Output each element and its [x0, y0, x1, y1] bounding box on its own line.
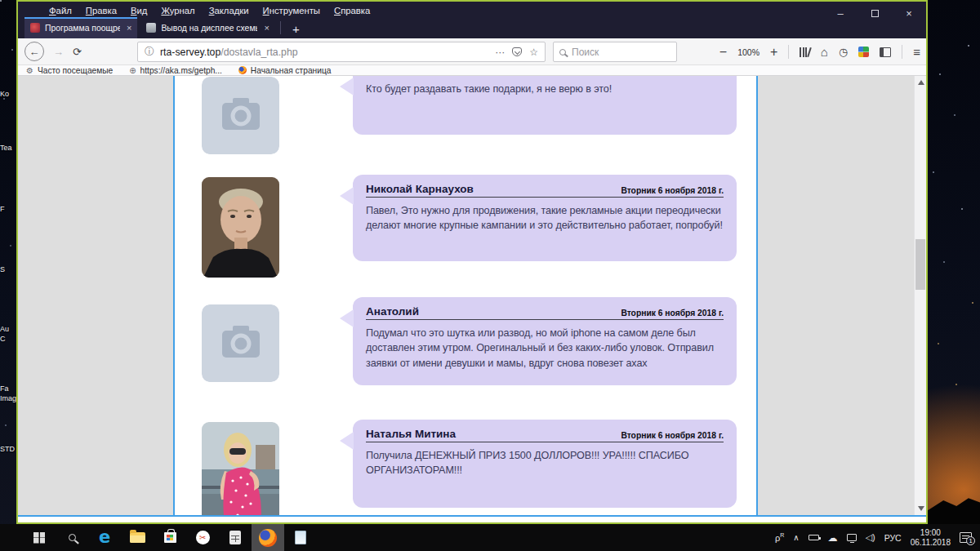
people-icon[interactable]: ρR [775, 532, 784, 543]
bookmark-label: Часто посещаемые [38, 66, 113, 75]
desktop-icon[interactable]: Ko [0, 73, 16, 98]
edge-icon: e [99, 529, 110, 546]
onedrive-cloud-icon[interactable]: ☁ [828, 532, 838, 544]
bookmark-home-page[interactable]: Начальная страница [238, 66, 332, 75]
desktop-icon[interactable]: S [0, 249, 16, 273]
bookmark-frequent[interactable]: ⚙ Часто посещаемые [26, 66, 113, 75]
taskbar-notepad-button[interactable] [284, 524, 317, 551]
extension-icon[interactable] [858, 47, 869, 57]
pocket-icon[interactable] [512, 47, 522, 56]
taskbar-calculator-button[interactable] [219, 524, 252, 551]
comment-date: Вторник 6 ноября 2018 г. [621, 186, 724, 195]
notification-badge: 1 [966, 536, 975, 545]
volume-icon[interactable]: ◁) [866, 532, 875, 543]
start-button[interactable] [23, 524, 56, 551]
folder-icon [130, 532, 145, 543]
tab-inactive[interactable]: Вывод на дисплее схемы × [140, 17, 274, 38]
desktop-icon[interactable]: Tea [0, 127, 16, 152]
tab-close-icon[interactable]: × [127, 23, 131, 33]
menu-file[interactable]: Файл [49, 6, 72, 16]
notepad-icon [295, 531, 306, 544]
gear-icon: ⚙ [26, 66, 33, 75]
hamburger-menu-icon[interactable]: ≡ [913, 45, 920, 59]
language-indicator[interactable]: РУС [884, 533, 902, 543]
scroll-down-arrow[interactable] [918, 506, 924, 511]
bookmark-akams[interactable]: ⊕ https://aka.ms/getph... [129, 66, 222, 75]
avatar-photo-man [202, 177, 279, 278]
home-icon[interactable]: ⌂ [821, 45, 828, 59]
desktop-icon-label: F [0, 205, 16, 213]
clock-time: 19:00 [911, 528, 951, 538]
comment-text: Подумал что это шутка или развод, но мой… [366, 326, 724, 371]
tab-close-icon[interactable]: × [264, 23, 269, 33]
firefox-icon [238, 66, 247, 74]
menu-view[interactable]: Вид [131, 6, 147, 16]
man-photo [202, 177, 279, 278]
search-bar[interactable] [553, 42, 677, 62]
bubble-arrow [340, 78, 354, 96]
history-clock-icon[interactable]: ◷ [839, 46, 848, 58]
taskbar-snipping-button[interactable]: ✂ [186, 524, 219, 551]
taskbar-store-button[interactable] [154, 524, 186, 551]
menu-history[interactable]: Журнал [161, 6, 194, 16]
desktop-icon[interactable]: AuC [0, 309, 16, 343]
bookmark-star-icon[interactable]: ☆ [529, 47, 538, 58]
desktop-icon-label: Tea [0, 144, 16, 152]
taskbar-clock[interactable]: 19:00 06.11.2018 [911, 528, 951, 548]
page-actions-icon[interactable]: ··· [495, 47, 505, 58]
back-button[interactable]: ← [24, 42, 44, 61]
hidden-icons-chevron[interactable]: ∧ [793, 533, 799, 542]
search-input[interactable] [572, 47, 662, 58]
desktop-icon[interactable]: FaImag [0, 368, 16, 402]
url-host: rta-servey.top [160, 47, 220, 58]
camera-icon [202, 304, 279, 382]
windows-logo-icon [33, 532, 45, 544]
forward-button[interactable]: → [53, 46, 64, 58]
taskbar-edge-button[interactable]: e [88, 524, 121, 551]
scrollbar-thumb[interactable] [915, 239, 925, 290]
comment-header: Анатолий Вторник 6 ноября 2018 г. [366, 305, 724, 320]
desktop-icon[interactable]: F [0, 189, 16, 213]
bubble-arrow [340, 309, 354, 327]
menu-tools[interactable]: Инструменты [263, 6, 320, 16]
action-center-icon[interactable]: 1 [960, 532, 972, 543]
toolbar-separator [902, 45, 902, 59]
page-viewport: Вторник 6 ноября 2018 г. Кто будет разда… [18, 76, 926, 515]
desktop-icon-label: C [0, 335, 16, 343]
comment-author: Анатолий [366, 305, 419, 318]
comment-text: Кто будет раздавать такие подарки, я не … [366, 82, 724, 96]
network-icon[interactable] [847, 534, 857, 541]
desktop-icon[interactable]: STD [0, 429, 16, 453]
library-icon[interactable] [800, 47, 810, 57]
url-bar[interactable]: ⓘ rta-servey.top /dostavla_rta.php ··· ☆ [137, 42, 546, 62]
tab-title: Вывод на дисплее схемы [161, 24, 257, 33]
system-tray: ρR ∧ ☁ ◁) РУС 19:00 06.11.2018 1 [775, 528, 980, 548]
new-tab-button[interactable]: + [286, 22, 306, 38]
site-info-icon[interactable]: ⓘ [145, 45, 154, 59]
bubble-arrow [340, 187, 354, 205]
zoom-out-button[interactable]: − [719, 45, 727, 60]
taskbar-firefox-button[interactable] [252, 524, 284, 551]
comment-date: Вторник 6 ноября 2018 г. [621, 309, 724, 318]
taskbar-apps: e ✂ [23, 524, 317, 551]
desktop-icon-label: Imag [0, 394, 16, 402]
comment-author: Наталья Митина [366, 428, 456, 440]
taskbar-explorer-button[interactable] [121, 524, 154, 551]
comment-bubble: Николай Карнаухов Вторник 6 ноября 2018 … [353, 175, 737, 261]
sidebar-toggle-icon[interactable] [880, 47, 891, 57]
zoom-in-button[interactable]: + [770, 45, 777, 60]
titlebar: Файл Правка Вид Журнал Закладки Инструме… [18, 2, 926, 38]
taskbar-search-button[interactable] [56, 524, 88, 551]
zoom-level[interactable]: 100% [737, 47, 760, 57]
active-tab-accent [24, 17, 137, 19]
desktop-icon-label: Ko [0, 90, 16, 98]
tab-active[interactable]: Программа поощрения поль × [24, 17, 137, 38]
menu-bookmarks[interactable]: Закладки [209, 6, 249, 16]
reload-button[interactable]: ⟳ [73, 46, 82, 58]
comment-date: Вторник 6 ноября 2018 г. [621, 431, 724, 440]
vertical-scrollbar[interactable] [914, 76, 926, 515]
menu-help[interactable]: Справка [334, 6, 370, 16]
scroll-up-arrow[interactable] [918, 80, 924, 85]
menu-edit[interactable]: Правка [86, 6, 117, 16]
battery-icon[interactable] [808, 535, 819, 540]
